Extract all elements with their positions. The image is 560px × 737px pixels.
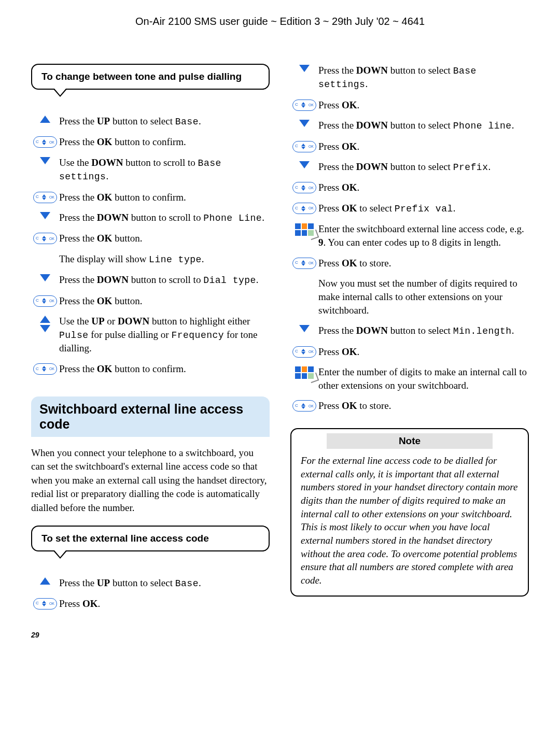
step-text: Press the DOWN button to select Base set… (318, 64, 529, 91)
speech-tail-icon (53, 550, 67, 559)
instruction-step: Enter the switchboard external line acce… (290, 222, 529, 249)
instruction-step: COKPress OK to select Prefix val. (290, 202, 529, 215)
instruction-step: Press the DOWN button to select Base set… (290, 64, 529, 91)
step-text: Press the UP button to select Base. (59, 115, 270, 128)
step-text: Use the UP or DOWN button to highlight e… (59, 315, 270, 355)
speech-tail-icon (53, 89, 67, 97)
step-text: Press the DOWN button to select Prefix. (318, 160, 529, 174)
step-text: Press OK to select Prefix val. (318, 202, 529, 215)
step-text: Press OK. (318, 98, 529, 112)
note-body: For the external line access code to be … (301, 454, 519, 587)
ok-button-icon: COK (292, 258, 316, 269)
instruction-step: COKPress OK. (290, 140, 529, 153)
keypad-icon (295, 366, 314, 379)
instruction-step: Press the UP button to select Base. (31, 576, 270, 590)
steps-list-2: Press the UP button to select Base.COKPr… (31, 576, 270, 611)
instruction-step: COKPress OK to store. (290, 399, 529, 413)
step-text: Press the DOWN button to select Min.leng… (318, 324, 529, 337)
down-arrow-icon (299, 120, 310, 127)
ok-button-icon: COK (292, 141, 316, 152)
instruction-step: Press the DOWN button to scroll to Dial … (31, 273, 270, 287)
page-header: On-Air 2100 SMS user guide ~ Edition 3 ~… (31, 16, 529, 27)
down-arrow-icon (40, 274, 50, 281)
keypad-icon (295, 223, 314, 236)
instruction-step: Press the DOWN button to select Prefix. (290, 160, 529, 174)
step-text: Press the DOWN button to scroll to Dial … (59, 273, 270, 287)
ok-button-icon: COK (292, 400, 316, 412)
instruction-step: COKPress OK. (31, 597, 270, 611)
instruction-step: COKPress the OK button. (31, 232, 270, 245)
ok-button-icon: COK (33, 136, 57, 148)
up-down-arrow-icon (40, 316, 50, 332)
instruction-step: Press the DOWN button to scroll to Phone… (31, 211, 270, 224)
left-column: To change between tone and pulse diallin… (31, 64, 270, 639)
instruction-step: COKPress OK. (290, 345, 529, 359)
step-text: Press OK to store. (318, 257, 529, 270)
page: On-Air 2100 SMS user guide ~ Edition 3 ~… (0, 0, 560, 660)
step-text: Press OK. (318, 345, 529, 359)
step-text: Press the OK button. (59, 294, 270, 308)
instruction-step: COKPress OK to store. (290, 257, 529, 270)
instruction-step: COKPress the OK button. (31, 294, 270, 308)
step-text: The display will show Line type. (59, 252, 270, 266)
ok-button-icon: COK (33, 233, 57, 244)
down-arrow-icon (40, 157, 50, 164)
callout-tone-pulse: To change between tone and pulse diallin… (31, 64, 270, 90)
instruction-step: The display will show Line type. (31, 252, 270, 266)
section-heading-switchboard: Switchboard external line access code (31, 396, 270, 437)
step-text: Press the OK button to confirm. (59, 135, 270, 149)
step-text: Now you must set the number of digits re… (318, 277, 529, 317)
ok-button-icon: COK (292, 100, 316, 111)
instruction-step: COKPress the OK button to confirm. (31, 362, 270, 376)
instruction-step: COKPress the OK button to confirm. (31, 191, 270, 204)
page-number: 29 (31, 631, 270, 639)
step-text: Press OK to store. (318, 399, 529, 413)
ok-button-icon: COK (292, 346, 316, 358)
callout-title: To change between tone and pulse diallin… (41, 71, 242, 82)
step-text: Enter the number of digits to make an in… (318, 365, 529, 392)
up-arrow-icon (40, 577, 50, 585)
ok-button-icon: COK (33, 598, 57, 610)
down-arrow-icon (299, 161, 310, 168)
ok-button-icon: COK (33, 192, 57, 203)
instruction-step: COKPress the OK button to confirm. (31, 135, 270, 149)
ok-button-icon: COK (33, 363, 57, 375)
instruction-step: Press the DOWN button to select Phone li… (290, 119, 529, 132)
steps-list-right: Press the DOWN button to select Base set… (290, 64, 529, 413)
step-text: Press the OK button. (59, 232, 270, 245)
step-text: Press OK. (318, 181, 529, 194)
ok-button-icon: COK (292, 182, 316, 193)
callout-title: To set the external line access code (41, 533, 209, 544)
instruction-step: COKPress OK. (290, 181, 529, 194)
section-body-text: When you connect your telephone to a swi… (31, 446, 270, 515)
down-arrow-icon (299, 65, 310, 72)
ok-button-icon: COK (33, 295, 57, 307)
note-box: Note For the external line access code t… (290, 428, 529, 596)
step-text: Press the OK button to confirm. (59, 191, 270, 204)
step-text: Use the DOWN button to scroll to Base se… (59, 156, 270, 183)
instruction-step: Use the DOWN button to scroll to Base se… (31, 156, 270, 183)
step-text: Enter the switchboard external line acce… (318, 222, 529, 249)
step-text: Press OK. (318, 140, 529, 153)
instruction-step: COKPress OK. (290, 98, 529, 112)
note-title: Note (327, 433, 493, 449)
steps-list-1: Press the UP button to select Base.COKPr… (31, 115, 270, 376)
step-text: Press OK. (59, 597, 270, 611)
step-text: Press the DOWN button to select Phone li… (318, 119, 529, 132)
step-text: Press the DOWN button to scroll to Phone… (59, 211, 270, 224)
up-arrow-icon (40, 116, 50, 123)
instruction-step: Press the DOWN button to select Min.leng… (290, 324, 529, 337)
instruction-step: Use the UP or DOWN button to highlight e… (31, 315, 270, 355)
step-text: Press the UP button to select Base. (59, 576, 270, 590)
two-column-layout: To change between tone and pulse diallin… (31, 64, 529, 639)
down-arrow-icon (40, 212, 50, 219)
step-text: Press the OK button to confirm. (59, 362, 270, 376)
instruction-step: Press the UP button to select Base. (31, 115, 270, 128)
instruction-step: Enter the number of digits to make an in… (290, 365, 529, 392)
down-arrow-icon (299, 325, 310, 332)
ok-button-icon: COK (292, 203, 316, 214)
right-column: Press the DOWN button to select Base set… (290, 64, 529, 639)
callout-set-access-code: To set the external line access code (31, 526, 270, 551)
instruction-step: Now you must set the number of digits re… (290, 277, 529, 317)
